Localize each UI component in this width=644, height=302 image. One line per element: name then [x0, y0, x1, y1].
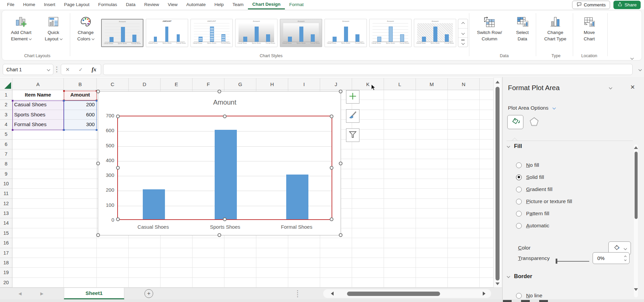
plot-area-handle[interactable]: [223, 218, 227, 221]
next-sheet-arrow-icon[interactable]: ▶: [40, 291, 43, 296]
cell-B5[interactable]: [64, 129, 97, 139]
chart-style-thumbnail-7[interactable]: AmountCasual ShoesSports ShoesFormal Sho…: [369, 19, 412, 47]
cell-B16[interactable]: [64, 238, 97, 248]
cell-G19[interactable]: [224, 268, 256, 277]
cancel-icon[interactable]: ✕: [66, 67, 70, 73]
cell-C18[interactable]: [97, 258, 129, 268]
previous-sheet-arrow-icon[interactable]: ◀: [18, 291, 22, 296]
cell-B9[interactable]: [64, 169, 97, 179]
move-chart-button[interactable]: Move Chart: [575, 14, 604, 53]
cell-M14[interactable]: [416, 218, 448, 228]
cell-M1[interactable]: [416, 90, 448, 100]
cell-L14[interactable]: [384, 218, 416, 228]
cell-A19[interactable]: [12, 268, 64, 277]
cell-N11[interactable]: [448, 189, 480, 198]
cell-L1[interactable]: [384, 90, 416, 100]
cell-E16[interactable]: [161, 238, 192, 248]
cell-K8[interactable]: [352, 159, 384, 169]
gallery-more-button[interactable]: [458, 38, 468, 47]
cell-M7[interactable]: [416, 149, 448, 159]
cell-B4[interactable]: 300: [64, 120, 97, 129]
cell-L17[interactable]: [384, 248, 416, 258]
pane-scrollbar[interactable]: [634, 144, 638, 297]
chart-selection-handle[interactable]: [339, 90, 343, 93]
cell-N9[interactable]: [448, 169, 480, 179]
chart-selection-handle[interactable]: [96, 233, 100, 237]
cell-A2[interactable]: Casual Shoes: [12, 100, 64, 110]
cell-A12[interactable]: [12, 199, 64, 209]
cell-I18[interactable]: [288, 258, 320, 268]
cell-B2[interactable]: 200: [64, 100, 97, 110]
cell-M2[interactable]: [416, 100, 448, 110]
cell-N13[interactable]: [448, 209, 480, 218]
gallery-scroll-up-button[interactable]: [458, 19, 468, 29]
cell-K11[interactable]: [352, 189, 384, 198]
cell-L20[interactable]: [384, 278, 416, 288]
cell-L3[interactable]: [384, 110, 416, 120]
cell-G18[interactable]: [224, 258, 256, 268]
cell-L12[interactable]: [384, 199, 416, 209]
cell-B1[interactable]: Amount: [64, 90, 97, 100]
cell-L18[interactable]: [384, 258, 416, 268]
cell-K7[interactable]: [352, 149, 384, 159]
row-header-18[interactable]: 18: [0, 258, 12, 268]
chart-style-thumbnail-6[interactable]: AmountCasual ShoesSports ShoesFormal Sho…: [325, 19, 367, 47]
cell-L13[interactable]: [384, 209, 416, 218]
cell-A15[interactable]: [12, 228, 64, 238]
cell-M20[interactable]: [416, 278, 448, 288]
cell-K14[interactable]: [352, 218, 384, 228]
cell-H19[interactable]: [256, 268, 288, 277]
change-colors-button[interactable]: Change Colors: [70, 14, 101, 53]
chart-title[interactable]: Amount: [117, 99, 332, 106]
cell-L2[interactable]: [384, 100, 416, 110]
cell-F18[interactable]: [192, 258, 224, 268]
chart-selection-handle[interactable]: [96, 161, 100, 165]
plot-area-handle[interactable]: [330, 115, 334, 118]
cell-M16[interactable]: [416, 238, 448, 248]
cell-L6[interactable]: [384, 140, 416, 149]
row-header-15[interactable]: 15: [0, 228, 12, 238]
expand-formula-bar-chevron-icon[interactable]: [639, 68, 642, 71]
column-header-A[interactable]: A: [12, 78, 64, 90]
cell-J20[interactable]: [320, 278, 352, 288]
cell-N16[interactable]: [448, 238, 480, 248]
cell-A6[interactable]: [12, 140, 64, 149]
row-header-14[interactable]: 14: [0, 218, 12, 228]
cell-G20[interactable]: [224, 278, 256, 288]
column-header-C[interactable]: C: [97, 78, 129, 90]
column-header-L[interactable]: L: [384, 78, 416, 90]
cell-I16[interactable]: [288, 238, 320, 248]
cell-E17[interactable]: [161, 248, 192, 258]
cell-A7[interactable]: [12, 149, 64, 159]
cell-F20[interactable]: [192, 278, 224, 288]
cell-N8[interactable]: [448, 159, 480, 169]
cell-F19[interactable]: [192, 268, 224, 277]
cell-L16[interactable]: [384, 238, 416, 248]
chart-styles-button[interactable]: [346, 109, 359, 123]
plot-area-handle[interactable]: [223, 115, 227, 118]
cell-J18[interactable]: [320, 258, 352, 268]
cell-M12[interactable]: [416, 199, 448, 209]
cell-C16[interactable]: [97, 238, 129, 248]
chart-style-thumbnail-3[interactable]: AMOUNTCasual ShoesSports ShoesFormal Sho…: [190, 19, 233, 47]
cell-M19[interactable]: [416, 268, 448, 277]
plot-area-handle[interactable]: [116, 166, 120, 170]
chart-filters-button[interactable]: [346, 128, 359, 142]
transparency-slider[interactable]: [556, 261, 589, 262]
formula-bar-drag-handle[interactable]: •••: [56, 66, 57, 73]
cell-M3[interactable]: [416, 110, 448, 120]
row-header-9[interactable]: 9: [0, 169, 12, 179]
collapse-ribbon-chevron-icon[interactable]: [631, 56, 634, 60]
cell-L19[interactable]: [384, 268, 416, 277]
cell-E20[interactable]: [161, 278, 192, 288]
menu-tab-home[interactable]: Home: [19, 0, 40, 9]
cell-B20[interactable]: [64, 278, 97, 288]
add-chart-element-button[interactable]: Add Chart Element: [5, 14, 37, 53]
gallery-scroll-down-button[interactable]: [458, 29, 468, 38]
vertical-scrollbar[interactable]: [493, 78, 501, 288]
chart-selection-handle[interactable]: [218, 90, 221, 93]
cell-M5[interactable]: [416, 129, 448, 139]
sheet-tab-sheet1[interactable]: Sheet1: [64, 288, 124, 299]
cell-A9[interactable]: [12, 169, 64, 179]
cell-G16[interactable]: [224, 238, 256, 248]
